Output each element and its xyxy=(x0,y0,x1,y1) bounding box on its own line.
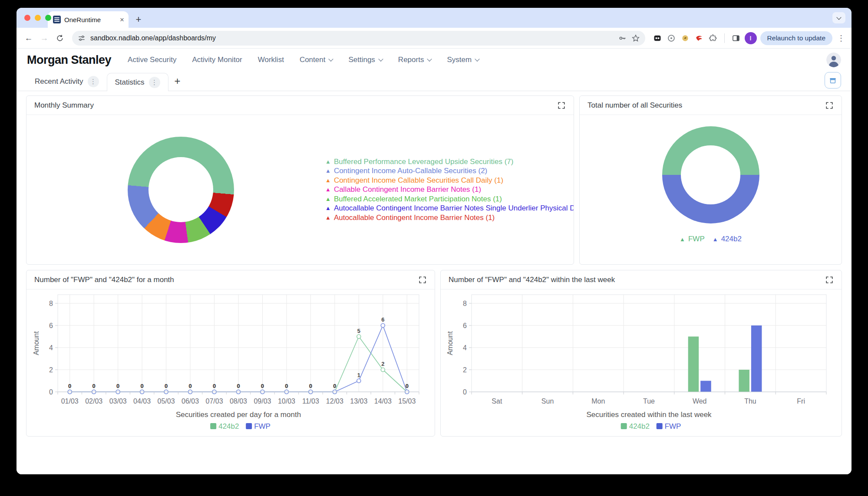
dashboard-content: Monthly Summary ▲Buffered Performance Le… xyxy=(17,91,851,474)
month-line-chart: 0000000000005200000000000001600246801/03… xyxy=(31,289,430,435)
user-avatar[interactable] xyxy=(826,53,841,67)
svg-text:Amount: Amount xyxy=(446,331,454,355)
panel-monthly-summary: Monthly Summary ▲Buffered Performance Le… xyxy=(26,95,574,265)
morgan-stanley-logo: Morgan Stanley xyxy=(27,53,111,67)
side-panel-button[interactable] xyxy=(729,31,743,45)
svg-text:8: 8 xyxy=(463,300,467,307)
legend-item[interactable]: ▲Callable Contingent Income Barrier Note… xyxy=(325,185,574,194)
total-securities-donut-chart xyxy=(662,126,759,223)
svg-text:Sun: Sun xyxy=(541,397,554,405)
nav-item-worklist[interactable]: Worklist xyxy=(258,56,284,64)
chart-legend-item[interactable]: FWP xyxy=(657,422,681,430)
bookmark-star-icon[interactable] xyxy=(631,34,640,43)
url-bar[interactable]: sandbox.nadlab.one/app/dashboards/my xyxy=(72,31,645,46)
forward-button[interactable]: → xyxy=(37,31,51,45)
nav-item-activity-monitor[interactable]: Activity Monitor xyxy=(192,56,242,64)
total-securities-legend: ▲FWP▲424b2 xyxy=(680,235,742,243)
legend-item[interactable]: ▲Contingent Income Callable Securities C… xyxy=(325,176,574,185)
legend-item[interactable]: ▲Autocallable Contingent Income Barrier … xyxy=(325,213,574,223)
workspace-tab-statistics[interactable]: Statistics⋮ xyxy=(107,73,168,91)
legend-label: 424b2 xyxy=(721,235,742,243)
add-dashboard-tab-button[interactable]: + xyxy=(175,75,181,87)
svg-text:11/03: 11/03 xyxy=(302,397,319,405)
svg-text:1: 1 xyxy=(357,372,360,378)
tab-search-button[interactable] xyxy=(832,12,845,23)
legend-item[interactable]: ▲Buffered Performance Leveraged Upside S… xyxy=(325,157,574,167)
svg-text:09/03: 09/03 xyxy=(254,397,271,405)
expand-panel-button[interactable] xyxy=(825,276,834,284)
svg-text:04/03: 04/03 xyxy=(133,397,151,405)
svg-text:06/03: 06/03 xyxy=(182,397,199,405)
toolbar-divider xyxy=(724,33,725,43)
main-nav: Active SecurityActivity MonitorWorklistC… xyxy=(128,56,810,64)
svg-text:13/03: 13/03 xyxy=(350,397,367,405)
back-button[interactable]: ← xyxy=(22,31,36,45)
legend-item[interactable]: ▲Contingent Income Auto-Callable Securit… xyxy=(325,166,574,176)
relaunch-button[interactable]: Relaunch to update xyxy=(760,31,832,45)
svg-text:5: 5 xyxy=(357,328,360,334)
expand-panel-button[interactable] xyxy=(825,101,834,110)
legend-item[interactable]: ▲Buffered Accelerated Market Participati… xyxy=(325,194,574,204)
svg-text:0: 0 xyxy=(333,383,336,389)
workspace-tab-label: Recent Activity xyxy=(35,77,83,86)
chart-legend-item[interactable]: 424b2 xyxy=(210,422,239,430)
workspace-tab-recent-activity[interactable]: Recent Activity⋮ xyxy=(27,72,107,91)
expand-panel-button[interactable] xyxy=(418,276,427,284)
svg-text:0: 0 xyxy=(261,383,264,389)
browser-profile-avatar[interactable]: I xyxy=(745,32,757,44)
triangle-marker-icon: ▲ xyxy=(325,204,331,213)
reload-button[interactable] xyxy=(53,31,67,45)
zoom-window-button[interactable] xyxy=(45,15,51,21)
svg-text:Mon: Mon xyxy=(591,397,605,405)
extension-red-icon[interactable] xyxy=(695,34,703,43)
svg-text:Securities created per day for: Securities created per day for a month xyxy=(176,411,301,419)
legend-item[interactable]: ▲424b2 xyxy=(713,235,742,243)
monthly-summary-legend: ▲Buffered Performance Leveraged Upside S… xyxy=(325,157,574,223)
svg-text:0: 0 xyxy=(406,383,409,389)
minimize-window-button[interactable] xyxy=(35,15,41,21)
svg-text:424b2: 424b2 xyxy=(218,422,239,430)
panel-title: Number of "FWP" and "424b2" within the l… xyxy=(449,276,615,284)
nav-item-content[interactable]: Content xyxy=(300,56,333,64)
nav-item-active-security[interactable]: Active Security xyxy=(128,56,176,64)
legend-label: Autocallable Contingent Income Barrier N… xyxy=(334,213,495,223)
extensions-puzzle-icon[interactable] xyxy=(709,34,717,43)
panel-title: Monthly Summary xyxy=(34,101,94,110)
new-tab-button[interactable]: + xyxy=(132,13,145,26)
expand-panel-button[interactable] xyxy=(557,101,566,110)
side-panel-icon xyxy=(732,34,740,43)
svg-text:12/03: 12/03 xyxy=(326,397,343,405)
svg-text:0: 0 xyxy=(237,383,240,389)
panel-month-line-chart: Number of "FWP" and "424b2" for a month … xyxy=(26,270,435,437)
nav-item-settings[interactable]: Settings xyxy=(348,56,382,64)
extension-dark-icon[interactable] xyxy=(653,34,662,43)
password-key-icon[interactable] xyxy=(618,34,627,43)
svg-text:Amount: Amount xyxy=(33,331,40,355)
fullscreen-icon xyxy=(558,102,565,109)
tab-menu-button[interactable]: ⋮ xyxy=(88,76,99,87)
tab-close-icon[interactable]: × xyxy=(120,16,124,23)
svg-text:Thu: Thu xyxy=(744,397,756,405)
workspace-tab-label: Statistics xyxy=(115,78,145,87)
panel-week-bar-chart: Number of "FWP" and "424b2" within the l… xyxy=(440,270,842,437)
panel-title: Number of "FWP" and "424b2" for a month xyxy=(34,276,174,284)
nav-item-reports[interactable]: Reports xyxy=(398,56,432,64)
legend-item[interactable]: ▲FWP xyxy=(680,235,705,243)
extension-gray-icon[interactable] xyxy=(667,34,676,43)
triangle-marker-icon: ▲ xyxy=(325,157,331,167)
svg-text:6: 6 xyxy=(463,322,467,329)
browser-menu-icon[interactable]: ⋮ xyxy=(836,33,846,43)
legend-item[interactable]: ▲Autocallable Contingent Income Barrier … xyxy=(325,204,574,213)
chart-legend-item[interactable]: FWP xyxy=(246,422,271,430)
legend-label: FWP xyxy=(688,235,705,243)
extension-yellow-icon[interactable] xyxy=(681,34,690,43)
svg-text:0: 0 xyxy=(285,383,288,389)
close-window-button[interactable] xyxy=(24,15,30,21)
browser-tab[interactable]: OneRuntime × xyxy=(48,11,129,28)
svg-text:FWP: FWP xyxy=(254,422,271,430)
url-text: sandbox.nadlab.one/app/dashboards/my xyxy=(90,34,614,42)
nav-item-system[interactable]: System xyxy=(447,56,479,64)
chart-legend-item[interactable]: 424b2 xyxy=(621,422,650,430)
dashboard-archive-button[interactable] xyxy=(825,72,841,89)
tab-menu-button[interactable]: ⋮ xyxy=(149,77,160,88)
